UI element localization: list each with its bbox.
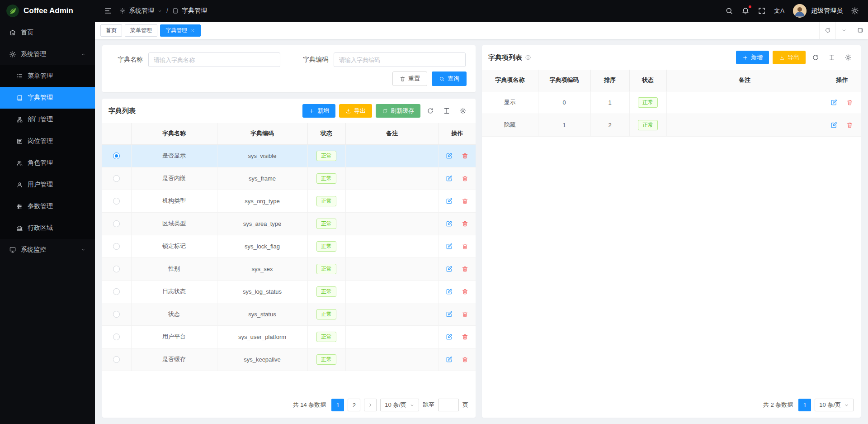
delete-icon[interactable] [462, 311, 468, 318]
edit-icon[interactable] [446, 220, 453, 227]
table-row[interactable]: 性别 sys_sex 正常 [102, 257, 476, 280]
row-radio-button[interactable] [113, 220, 120, 227]
sidebar-item-system-monitor[interactable]: 系统监控 [0, 239, 95, 261]
search-icon[interactable] [725, 7, 733, 15]
table-row[interactable]: 是否缓存 sys_keepalive 正常 [102, 348, 476, 371]
dict-name-cell: 区域类型 [131, 212, 217, 235]
topbar: 系统管理 / 字典管理 文A [95, 0, 868, 22]
page-button-2[interactable]: 2 [348, 399, 360, 411]
refresh-icon[interactable] [819, 22, 835, 39]
edit-icon[interactable] [446, 356, 453, 363]
edit-icon[interactable] [446, 311, 453, 318]
edit-icon[interactable] [446, 152, 453, 159]
avatar[interactable] [793, 4, 807, 18]
refresh-cache-button[interactable]: 刷新缓存 [376, 104, 420, 118]
refresh-icon[interactable] [809, 51, 822, 64]
delete-icon[interactable] [846, 122, 853, 129]
delete-icon[interactable] [462, 152, 468, 159]
dict-code-input[interactable] [334, 52, 466, 67]
settings-gear-icon[interactable] [851, 7, 859, 15]
gear-icon [119, 8, 126, 14]
table-row[interactable]: 隐藏 1 2 正常 [482, 114, 861, 136]
tab-home[interactable]: 首页 [100, 24, 122, 37]
edit-icon[interactable] [830, 99, 837, 106]
refresh-icon[interactable] [424, 105, 437, 117]
dict-name-input[interactable] [148, 52, 280, 67]
delete-icon[interactable] [462, 356, 468, 363]
menu-fold-icon[interactable] [104, 7, 112, 15]
export-button[interactable]: 导出 [339, 104, 372, 118]
sidebar-item-menu-mgmt[interactable]: 菜单管理 [0, 65, 95, 87]
add-button[interactable]: 新增 [302, 104, 335, 118]
edit-icon[interactable] [446, 333, 453, 340]
sidebar-item-region-mgmt[interactable]: 行政区域 [0, 217, 95, 239]
layout-icon[interactable] [852, 22, 868, 39]
edit-icon[interactable] [446, 198, 453, 205]
add-item-button[interactable]: 新增 [736, 51, 769, 64]
table-row[interactable]: 显示 0 1 正常 [482, 91, 861, 114]
edit-icon[interactable] [446, 288, 453, 295]
bell-icon[interactable] [741, 7, 750, 15]
row-radio-button[interactable] [113, 152, 120, 159]
fullscreen-icon[interactable] [758, 7, 766, 15]
row-radio-button[interactable] [113, 198, 120, 205]
page-size-select[interactable]: 10 条/页 [815, 399, 854, 411]
edit-icon[interactable] [446, 175, 453, 182]
table-row[interactable]: 日志状态 sys_log_status 正常 [102, 280, 476, 303]
table-row[interactable]: 区域类型 sys_area_type 正常 [102, 212, 476, 235]
sidebar-item-param-mgmt[interactable]: 参数管理 [0, 195, 95, 217]
row-radio-button[interactable] [113, 356, 120, 363]
delete-icon[interactable] [846, 99, 853, 106]
sidebar-item-role-mgmt[interactable]: 角色管理 [0, 152, 95, 174]
next-page-button[interactable] [364, 399, 377, 411]
sidebar-submenu-system: 菜单管理 字典管理 部门管理 岗位管理 角色管理 [0, 65, 95, 239]
delete-icon[interactable] [462, 220, 468, 227]
export-item-button[interactable]: 导出 [773, 51, 806, 64]
query-button[interactable]: 查询 [432, 71, 467, 86]
add-button-label: 新增 [317, 107, 329, 115]
row-radio-button[interactable] [113, 175, 120, 182]
breadcrumb-section[interactable]: 系统管理 [129, 7, 154, 15]
row-radio-button[interactable] [113, 288, 120, 295]
sidebar-item-home[interactable]: 首页 [0, 22, 95, 43]
delete-icon[interactable] [462, 333, 468, 340]
table-row[interactable]: 是否内嵌 sys_frame 正常 [102, 167, 476, 190]
sidebar-item-dept-mgmt[interactable]: 部门管理 [0, 109, 95, 130]
page-size-select[interactable]: 10 条/页 [380, 399, 419, 411]
jump-page-input[interactable] [438, 399, 459, 411]
column-height-icon[interactable] [440, 105, 453, 117]
sidebar-item-dict-mgmt[interactable]: 字典管理 [0, 87, 95, 109]
delete-icon[interactable] [462, 266, 468, 272]
reset-button[interactable]: 重置 [392, 71, 427, 86]
column-height-icon[interactable] [826, 51, 838, 64]
row-radio-button[interactable] [113, 243, 120, 250]
page-button-1[interactable]: 1 [331, 399, 344, 411]
edit-icon[interactable] [446, 266, 453, 272]
page-button-1[interactable]: 1 [798, 399, 811, 411]
sidebar-item-user-mgmt[interactable]: 用户管理 [0, 174, 95, 195]
table-row[interactable]: 用户平台 sys_user_platform 正常 [102, 325, 476, 348]
table-row[interactable]: 状态 sys_status 正常 [102, 303, 476, 325]
translate-icon[interactable]: 文A [774, 7, 785, 15]
tab-menu-mgmt[interactable]: 菜单管理 [125, 24, 157, 37]
table-settings-gear-icon[interactable] [842, 51, 854, 64]
tab-dict-mgmt[interactable]: 字典管理 [160, 24, 201, 37]
delete-icon[interactable] [462, 198, 468, 205]
edit-icon[interactable] [830, 122, 837, 129]
close-icon[interactable] [190, 28, 195, 33]
table-row[interactable]: 是否显示 sys_visible 正常 [102, 144, 476, 167]
edit-icon[interactable] [446, 243, 453, 250]
table-row[interactable]: 锁定标记 sys_lock_flag 正常 [102, 235, 476, 257]
delete-icon[interactable] [462, 243, 468, 250]
row-radio-button[interactable] [113, 311, 120, 318]
row-radio-button[interactable] [113, 333, 120, 340]
row-radio-button[interactable] [113, 266, 120, 272]
chevron-down-icon[interactable] [835, 22, 852, 39]
sidebar-item-post-mgmt[interactable]: 岗位管理 [0, 130, 95, 152]
sidebar-item-system[interactable]: 系统管理 [0, 43, 95, 65]
table-row[interactable]: 机构类型 sys_org_type 正常 [102, 190, 476, 212]
info-icon[interactable] [525, 54, 531, 61]
delete-icon[interactable] [462, 288, 468, 295]
table-settings-gear-icon[interactable] [457, 105, 469, 117]
delete-icon[interactable] [462, 175, 468, 182]
